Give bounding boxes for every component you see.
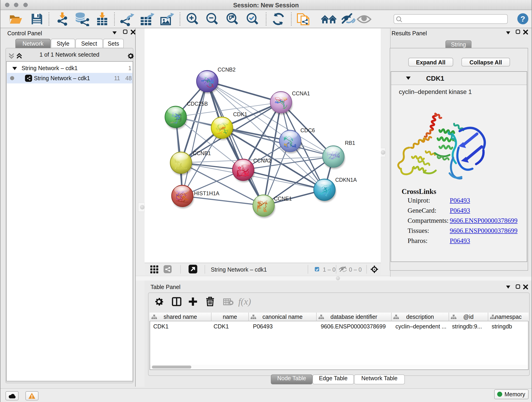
- svg-text:CDKN1A: CDKN1A: [335, 177, 357, 183]
- svg-text:?: ?: [520, 14, 525, 23]
- svg-text:CCNA1: CCNA1: [292, 90, 310, 96]
- svg-text:CDC6: CDC6: [300, 128, 315, 133]
- svg-text:CCNA2: CCNA2: [253, 158, 272, 164]
- svg-text:CDK1: CDK1: [233, 111, 247, 117]
- svg-text:HIST1H1A: HIST1H1A: [194, 191, 220, 196]
- svg-text:CCNB1: CCNB1: [193, 150, 211, 156]
- svg-text:CDC25B: CDC25B: [187, 101, 208, 107]
- svg-text:RB1: RB1: [345, 140, 355, 146]
- svg-text:CCNE1: CCNE1: [274, 196, 292, 202]
- svg-text:CCNB2: CCNB2: [218, 67, 236, 73]
